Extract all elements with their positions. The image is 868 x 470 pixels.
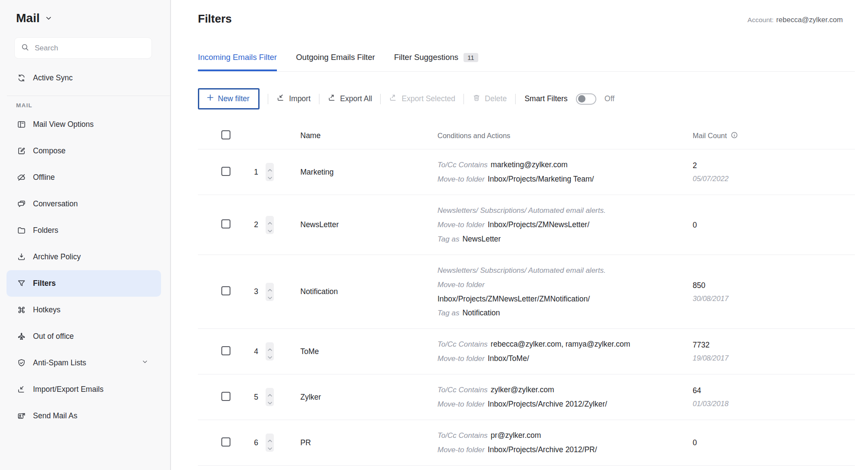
import-button[interactable]: Import [276,93,311,104]
mail-count-date: 05/07/2022 [693,172,855,185]
export-selected-button[interactable]: Export Selected [389,93,455,104]
table-header-row: Name Conditions and Actions Mail Count [198,124,855,149]
condition-label: Move-to folder [437,446,485,454]
condition-label: To/Cc Contains [437,386,488,394]
mail-count-date: 30/08/2017 [693,292,855,305]
sidebar-item-mail-view-options[interactable]: Mail View Options [0,111,170,138]
row-checkbox[interactable] [221,392,230,401]
sidebar-item-label: Conversation [33,199,78,209]
export-all-button[interactable]: Export All [328,93,372,104]
condition-value: Inbox/Projects/Archive 2012/PR/ [488,445,597,454]
filter-funnel-icon [17,279,26,288]
chevron-down-icon [141,358,148,367]
filter-name[interactable]: Notification [290,287,420,296]
tab-outgoing-emails-filter[interactable]: Outgoing Emails Filter [296,53,375,71]
condition-label: Move-to folder [437,354,485,363]
row-checkbox[interactable] [221,286,230,295]
reorder-control[interactable] [266,163,274,181]
condition-value: zylker@zylker.com [491,385,554,394]
delete-button[interactable]: Delete [472,93,507,104]
toolbar-separator [380,94,381,104]
sidebar-item-hotkeys[interactable]: Hotkeys [0,297,170,323]
sidebar-item-out-of-office[interactable]: Out of office [0,323,170,350]
mail-app-switcher[interactable]: Mail [0,11,170,25]
import-icon [276,93,285,104]
reorder-control[interactable] [266,434,274,452]
sidebar-item-label: Active Sync [33,73,72,83]
row-checkbox[interactable] [221,219,230,228]
row-number: 3 [247,287,266,296]
reorder-control[interactable] [266,283,274,301]
search-input[interactable] [34,43,145,53]
condition-label: Tag as [437,235,459,243]
folder-icon [17,226,26,235]
condition-value: Inbox/Projects/Archive 2012/Zylker/ [488,400,607,408]
app-title: Mail [16,11,39,25]
sidebar-item-label: Out of office [33,332,74,341]
chevron-down-icon [267,444,273,452]
mail-count-cell: 6401/03/2018 [693,384,855,410]
sidebar-item-send-mail-as[interactable]: Send Mail As [0,403,170,429]
sidebar-item-label: Send Mail As [33,411,77,420]
smart-filters-toggle[interactable] [576,93,596,105]
mail-count-value: 2 [693,159,855,172]
export-icon [328,93,336,104]
tab-filter-suggestions[interactable]: Filter Suggestions 11 [394,53,478,71]
condition-label: Newsletters/ Subscriptions/ Automated em… [437,206,606,215]
sidebar-item-folders[interactable]: Folders [0,217,170,244]
row-checkbox[interactable] [221,346,230,355]
send-mail-as-icon [17,411,26,420]
conditions-cell: Newsletters/ Subscriptions/ Automated em… [420,203,693,246]
mail-count-cell: 0 [693,218,855,232]
sidebar-item-import-export-emails[interactable]: Import/Export Emails [0,376,170,403]
condition-value: Inbox/ToMe/ [488,354,529,363]
reorder-control[interactable] [266,216,274,234]
trash-icon [472,93,481,104]
row-number: 1 [247,168,266,177]
sidebar-item-active-sync[interactable]: Active Sync [0,65,170,91]
sidebar-item-offline[interactable]: Offline [0,164,170,191]
conversation-icon [17,199,26,209]
sidebar-item-conversation[interactable]: Conversation [0,191,170,217]
sidebar-item-archive-policy[interactable]: Archive Policy [0,244,170,270]
sidebar-item-compose[interactable]: Compose [0,138,170,164]
chevron-down-icon [45,13,53,24]
condition-value: marketing@zylker.com [491,160,568,169]
reorder-control[interactable] [266,388,274,406]
mail-count-cell: 205/07/2022 [693,159,855,185]
reorder-control[interactable] [266,342,274,361]
filter-name[interactable]: Zylker [290,393,420,402]
new-filter-button[interactable]: New filter [198,88,260,109]
sidebar-item-label: Hotkeys [33,305,60,314]
sidebar-item-label: Archive Policy [33,252,81,261]
sidebar-item-anti-spam-lists[interactable]: Anti-Spam Lists [0,350,170,376]
mail-count-cell: 85030/08/2017 [693,279,855,305]
mail-settings-app: Mail Active Sync MAIL Mail View OptionsC… [0,0,868,470]
table-row: 5ZylkerTo/Cc Containszylker@zylker.comMo… [198,374,855,420]
toolbar-separator [464,94,464,104]
mail-count-cell: 773219/08/2017 [693,338,855,364]
filter-name[interactable]: ToMe [290,347,420,356]
row-checkbox[interactable] [221,167,230,176]
offline-icon [17,173,26,182]
row-checkbox[interactable] [221,437,230,447]
row-number: 2 [247,220,266,229]
chevron-down-icon [267,353,273,361]
row-number: 6 [247,438,266,447]
conditions-cell: To/Cc Containspr@zylker.comMove-to folde… [420,428,693,457]
chevron-up-icon [267,391,273,399]
export-icon [389,93,398,104]
sidebar-divider [7,96,170,96]
sidebar-item-label: Mail View Options [33,120,94,129]
select-all-checkbox[interactable] [221,130,230,139]
tab-incoming-emails-filter[interactable]: Incoming Emails Filter [198,53,277,71]
info-icon[interactable] [730,131,738,141]
column-header-name: Name [290,131,420,140]
sidebar-item-label: Import/Export Emails [33,385,103,394]
filter-name[interactable]: NewsLetter [290,220,420,229]
filter-name[interactable]: Marketing [290,168,420,177]
filters-table: Name Conditions and Actions Mail Count 1… [198,124,855,466]
filter-name[interactable]: PR [290,438,420,447]
sidebar-item-filters[interactable]: Filters [7,270,161,297]
condition-value: pr@zylker.com [491,431,541,440]
